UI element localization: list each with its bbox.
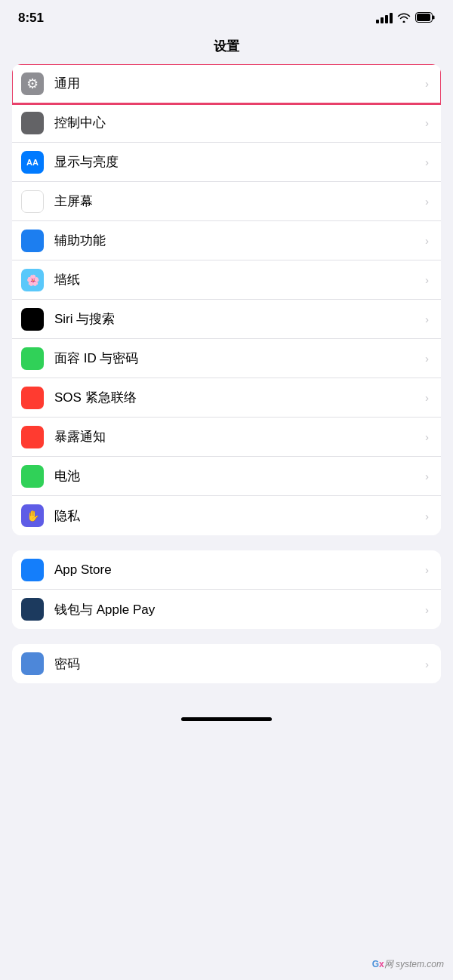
control-center-icon: [21, 112, 44, 134]
settings-row-accessibility[interactable]: 辅助功能 ›: [12, 221, 441, 260]
settings-row-privacy[interactable]: 隐私 ›: [12, 496, 441, 535]
privacy-icon: [21, 504, 44, 527]
home-indicator: [181, 717, 272, 721]
settings-row-password[interactable]: 密码 ›: [12, 644, 441, 683]
svg-rect-2: [433, 15, 435, 19]
general-label: 通用: [54, 75, 421, 92]
privacy-chevron: ›: [425, 510, 429, 522]
status-icons: [376, 12, 435, 25]
settings-row-face-id[interactable]: 面容 ID 与密码 ›: [12, 339, 441, 378]
settings-group-2: App Store › 钱包与 Apple Pay ›: [12, 550, 441, 629]
wallpaper-icon: [21, 269, 44, 291]
settings-row-wallpaper[interactable]: 墙纸 ›: [12, 260, 441, 300]
face-id-icon: [21, 347, 44, 370]
settings-row-home-screen[interactable]: 主屏幕 ›: [12, 182, 441, 221]
exposure-chevron: ›: [425, 430, 429, 443]
battery-label: 电池: [54, 467, 421, 485]
sos-icon: SOS: [21, 387, 44, 409]
status-time: 8:51: [18, 11, 44, 26]
privacy-label: 隐私: [54, 507, 421, 525]
wallpaper-label: 墙纸: [54, 271, 421, 288]
exposure-icon: [21, 426, 44, 448]
page-title: 设置: [0, 32, 453, 64]
control-center-chevron: ›: [425, 116, 429, 129]
wallet-chevron: ›: [425, 603, 429, 616]
battery-chevron: ›: [425, 470, 429, 482]
settings-group-1: 通用 › 控制中心 › AA 显示与亮度 › 主屏幕 › 辅助功能 › 墙纸 ›…: [12, 64, 441, 535]
accessibility-label: 辅助功能: [54, 232, 421, 249]
siri-chevron: ›: [425, 313, 429, 325]
settings-group-3: 密码 ›: [12, 644, 441, 683]
settings-row-wallet[interactable]: 钱包与 Apple Pay ›: [12, 590, 441, 629]
general-chevron: ›: [425, 77, 429, 90]
settings-row-display[interactable]: AA 显示与亮度 ›: [12, 143, 441, 182]
password-label: 密码: [54, 655, 421, 673]
home-screen-chevron: ›: [425, 195, 429, 208]
display-icon: AA: [21, 151, 44, 174]
password-chevron: ›: [425, 658, 429, 670]
settings-row-control-center[interactable]: 控制中心 ›: [12, 103, 441, 143]
app-store-icon: [21, 559, 44, 581]
face-id-label: 面容 ID 与密码: [54, 350, 421, 367]
sos-label: SOS 紧急联络: [54, 389, 421, 406]
settings-row-exposure[interactable]: 暴露通知 ›: [12, 418, 441, 457]
accessibility-chevron: ›: [425, 234, 429, 247]
exposure-label: 暴露通知: [54, 428, 421, 445]
battery-icon: [415, 12, 435, 25]
app-store-label: App Store: [54, 562, 421, 578]
settings-row-sos[interactable]: SOS SOS 紧急联络 ›: [12, 378, 441, 418]
wallpaper-chevron: ›: [425, 273, 429, 286]
face-id-chevron: ›: [425, 352, 429, 365]
settings-row-siri[interactable]: Siri 与搜索 ›: [12, 300, 441, 339]
wifi-icon: [397, 12, 411, 25]
status-bar: 8:51: [0, 0, 453, 32]
control-center-label: 控制中心: [54, 114, 421, 131]
svg-rect-1: [417, 14, 430, 21]
siri-label: Siri 与搜索: [54, 310, 421, 328]
wallet-label: 钱包与 Apple Pay: [54, 601, 421, 618]
home-area: [0, 683, 453, 729]
general-icon: [21, 72, 44, 95]
settings-row-battery[interactable]: 电池 ›: [12, 457, 441, 496]
sos-chevron: ›: [425, 391, 429, 404]
watermark: Gx网 system.com: [372, 958, 444, 971]
wallet-icon: [21, 598, 44, 621]
settings-row-general[interactable]: 通用 ›: [12, 64, 441, 103]
home-screen-icon: [21, 190, 44, 213]
signal-icon: [376, 13, 393, 23]
settings-row-app-store[interactable]: App Store ›: [12, 550, 441, 590]
password-icon: [21, 652, 44, 675]
siri-icon: [21, 308, 44, 331]
accessibility-icon: [21, 230, 44, 252]
display-label: 显示与亮度: [54, 153, 421, 171]
home-screen-label: 主屏幕: [54, 193, 421, 210]
battery-settings-icon: [21, 465, 44, 488]
app-store-chevron: ›: [425, 563, 429, 576]
display-chevron: ›: [425, 156, 429, 168]
